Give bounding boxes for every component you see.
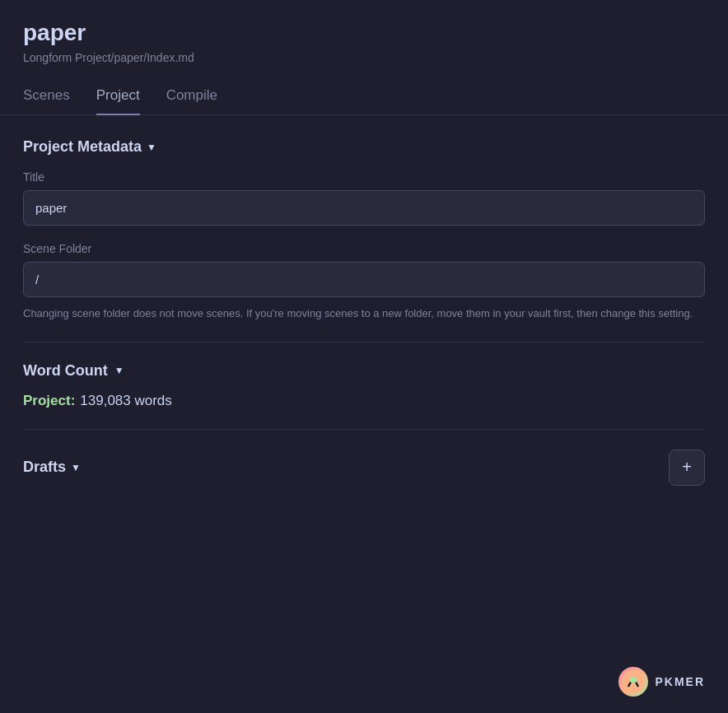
word-count-section: Word Count ▼ Project: 139,083 words	[23, 362, 705, 409]
drafts-header-left[interactable]: Drafts ▼	[23, 459, 81, 476]
main-content: Project Metadata ▼ Title Scene Folder Ch…	[0, 115, 728, 486]
tabs-container: Scenes Project Compile	[0, 81, 728, 115]
tab-compile[interactable]: Compile	[166, 81, 217, 115]
tab-scenes[interactable]: Scenes	[23, 81, 70, 115]
app-container: paper Longform Project/paper/Index.md Sc…	[0, 0, 728, 713]
project-metadata-chevron: ▼	[147, 142, 156, 153]
logo-text: PKMER	[655, 675, 705, 688]
tab-project[interactable]: Project	[96, 81, 140, 115]
drafts-chevron: ▼	[71, 462, 81, 473]
logo-svg	[622, 670, 645, 693]
project-count-label: Project:	[23, 393, 75, 409]
scene-folder-field-group: Scene Folder Changing scene folder does …	[23, 242, 705, 322]
page-title: paper	[23, 20, 705, 46]
title-input[interactable]	[23, 190, 705, 226]
header: paper Longform Project/paper/Index.md	[0, 0, 728, 64]
project-metadata-header[interactable]: Project Metadata ▼	[23, 138, 705, 156]
word-count-chevron: ▼	[114, 365, 124, 376]
breadcrumb: Longform Project/paper/Index.md	[23, 51, 705, 64]
add-draft-button[interactable]: +	[669, 450, 705, 486]
svg-point-1	[630, 677, 637, 683]
project-count-row: Project: 139,083 words	[23, 393, 705, 409]
project-count-value: 139,083 words	[80, 393, 172, 409]
scene-folder-input[interactable]	[23, 262, 705, 297]
word-count-header[interactable]: Word Count ▼	[23, 362, 705, 380]
project-metadata-title: Project Metadata	[23, 138, 142, 156]
drafts-section: Drafts ▼ +	[23, 450, 705, 486]
scene-folder-label: Scene Folder	[23, 242, 705, 255]
title-field-group: Title	[23, 170, 705, 226]
drafts-title: Drafts	[23, 459, 66, 476]
add-icon: +	[682, 458, 692, 477]
logo-icon	[618, 667, 648, 697]
title-label: Title	[23, 170, 705, 184]
divider-2	[23, 429, 705, 430]
word-count-title: Word Count	[23, 362, 108, 380]
footer-logo: PKMER	[618, 667, 705, 697]
scene-folder-hint: Changing scene folder does not move scen…	[23, 305, 705, 322]
divider-1	[23, 342, 705, 343]
